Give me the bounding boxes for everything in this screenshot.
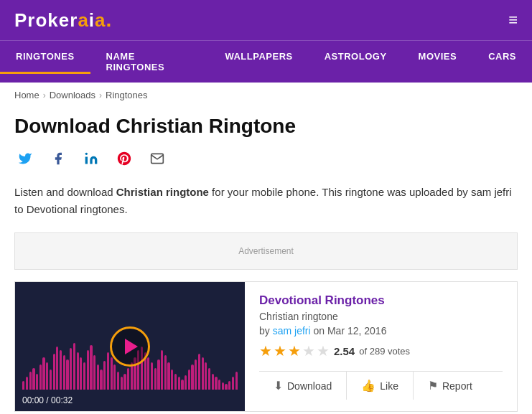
waveform-bar	[232, 377, 234, 390]
hamburger-icon[interactable]: ≡	[508, 11, 518, 29]
waveform-bar	[208, 368, 210, 390]
waveform-bar	[66, 359, 68, 390]
time-total: 00:32	[51, 395, 73, 405]
waveform-bar	[171, 370, 173, 390]
time-current: 00:00	[22, 395, 44, 405]
waveform-bar	[225, 384, 227, 390]
breadcrumb-home[interactable]: Home	[14, 90, 39, 100]
advertisement-banner: Advertisement	[14, 232, 518, 270]
description-bold: Christian ringtone	[116, 186, 209, 198]
waveform-bar	[111, 357, 113, 390]
waveform-bar	[218, 380, 220, 390]
header: Prokeraia. ≡	[0, 0, 532, 40]
waveform-bar	[42, 357, 45, 390]
waveform-bar	[103, 361, 106, 390]
waveform-bar	[113, 364, 116, 390]
breadcrumb-sep-1: ›	[43, 90, 46, 100]
waveform-bar	[174, 374, 177, 390]
logo-text: Prokeraia.	[14, 9, 112, 32]
facebook-share-button[interactable]	[47, 148, 69, 169]
player-info: Devotional Ringtones Christian ringtone …	[245, 282, 517, 411]
action-buttons: ⬇ Download 👍 Like ⚑ Report	[259, 371, 503, 400]
play-icon	[125, 339, 138, 354]
star-4[interactable]: ★	[302, 342, 315, 359]
rating-row: ★ ★ ★ ★ ★ 2.54 of 289 votes	[259, 342, 503, 359]
logo: Prokeraia.	[14, 9, 112, 32]
waveform-bar	[107, 352, 109, 390]
waveform-bar	[205, 362, 207, 390]
uploader-link[interactable]: sam jefri	[273, 325, 311, 337]
stars: ★ ★ ★ ★ ★	[259, 342, 330, 359]
waveform-bar	[77, 352, 79, 390]
ringtone-name: Christian ringtone	[259, 311, 503, 322]
time-display: 00:00 / 00:32	[22, 395, 73, 405]
waveform-bar	[29, 372, 32, 390]
download-button[interactable]: ⬇ Download	[259, 372, 347, 400]
uploader-info: by sam jefri on Mar 12, 2016	[259, 325, 503, 337]
waveform-bar	[147, 357, 149, 390]
like-icon: 👍	[361, 379, 375, 392]
social-icons	[14, 148, 518, 169]
svg-point-0	[85, 153, 88, 155]
waveform-bar	[188, 370, 190, 390]
waveform-bar	[167, 362, 169, 390]
waveform-bar	[93, 355, 95, 390]
download-label: Download	[287, 380, 332, 392]
waveform-bar	[185, 375, 187, 390]
waveform-bar	[154, 368, 157, 390]
breadcrumb-ringtones: Ringtones	[106, 90, 148, 100]
twitter-share-button[interactable]	[14, 148, 36, 169]
breadcrumb-downloads[interactable]: Downloads	[50, 90, 95, 100]
rating-score: 2.54	[334, 345, 355, 357]
waveform-bar	[73, 343, 75, 390]
star-2[interactable]: ★	[274, 342, 286, 359]
breadcrumb-sep-2: ›	[99, 90, 102, 100]
pinterest-share-button[interactable]	[113, 148, 135, 169]
waveform-bar	[53, 354, 55, 390]
waveform-bar	[63, 355, 65, 390]
linkedin-share-button[interactable]	[80, 148, 102, 169]
waveform-bar	[121, 377, 123, 390]
rating-votes: of 289 votes	[359, 346, 410, 357]
main-nav: RINGTONES NAME RINGTONES WALLPAPERS ASTR…	[0, 40, 532, 83]
waveform-bar	[228, 381, 230, 390]
report-button[interactable]: ⚑ Report	[414, 372, 487, 400]
main-content: Download Christian Ringtone Listen and d…	[0, 108, 532, 414]
nav-item-ringtones[interactable]: RINGTONES	[0, 41, 90, 83]
time-separator: /	[44, 395, 51, 405]
waveform-bar	[195, 359, 197, 390]
waveform-bar	[222, 382, 224, 390]
waveform-bar	[212, 374, 214, 390]
nav-item-astrology[interactable]: ASTROLOGY	[309, 41, 403, 83]
description: Listen and download Christian ringtone f…	[14, 184, 518, 218]
waveform-bar	[50, 370, 52, 390]
email-share-button[interactable]	[146, 148, 168, 169]
waveform-bar	[191, 364, 193, 390]
star-3[interactable]: ★	[288, 342, 301, 359]
nav-item-cars[interactable]: CARS	[472, 41, 532, 83]
uploader-prefix: by	[259, 325, 273, 337]
logo-dot: .	[106, 9, 113, 31]
ringtone-category[interactable]: Devotional Ringtones	[259, 293, 503, 308]
waveform-bar	[80, 357, 82, 390]
star-5[interactable]: ★	[317, 342, 330, 359]
like-button[interactable]: 👍 Like	[347, 372, 414, 400]
nav-item-movies[interactable]: MOVIES	[403, 41, 473, 83]
nav-item-name-ringtones[interactable]: NAME RINGTONES	[90, 41, 210, 83]
waveform-bar	[60, 350, 62, 390]
waveform-bar	[70, 348, 72, 390]
play-button[interactable]	[110, 326, 150, 367]
star-1[interactable]: ★	[259, 342, 272, 359]
description-prefix: Listen and download	[14, 186, 116, 198]
waveform-bar	[202, 357, 204, 390]
waveform-bar	[235, 372, 238, 390]
waveform-bar	[215, 377, 217, 390]
like-label: Like	[380, 380, 398, 392]
nav-item-wallpapers[interactable]: WALLPAPERS	[209, 41, 308, 83]
waveform-bar	[100, 370, 102, 390]
waveform-bar	[87, 350, 89, 390]
waveform-bar	[26, 377, 28, 390]
waveform-bar	[151, 362, 153, 390]
waveform-bar	[127, 368, 129, 390]
advertisement-label: Advertisement	[238, 246, 294, 256]
